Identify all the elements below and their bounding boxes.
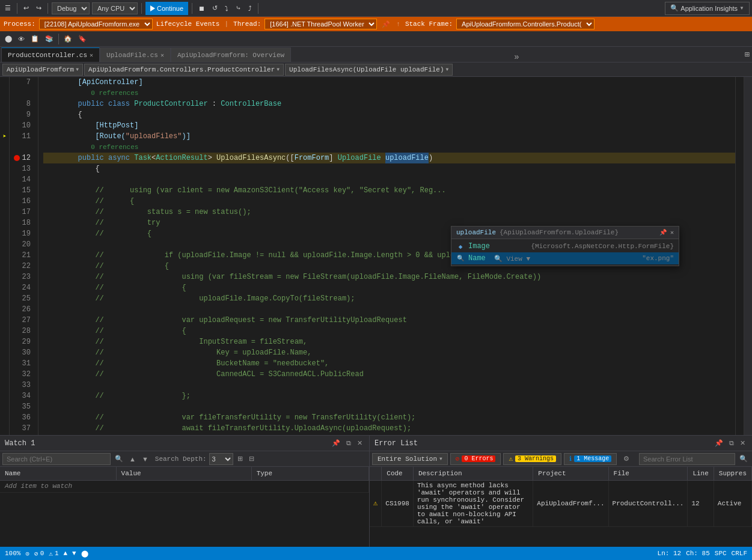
close-all-tabs-icon[interactable]: ⊞ — [742, 49, 752, 59]
second-toolbar: ⬤ 👁 📋 📚 🏠 🔖 — [0, 31, 752, 47]
intellisense-close-icon[interactable]: ✕ — [670, 229, 674, 236]
step-over-btn[interactable]: ⤵ — [222, 4, 231, 13]
debug-arrow-row: ➤ — [0, 131, 9, 142]
watch-search-btn[interactable]: 🔍 — [113, 454, 125, 463]
error-count-badge: 0 Errors — [462, 455, 495, 462]
menu-btn[interactable]: ☰ — [2, 3, 13, 13]
error-row-1[interactable]: ⚠ CS1998 This async method lacks 'await'… — [370, 480, 752, 526]
bottom-panels: Watch 1 📌 ⧉ ✕ 🔍 ▲ ▼ Search Depth: 3 ⊞ ⊟ — [0, 435, 752, 547]
process-label: Process: — [4, 20, 35, 28]
app-insights-button[interactable]: 🔍 Application Insights ▼ — [665, 2, 750, 15]
code-line-12: public async Task < ActionResult > Uploa… — [43, 153, 735, 163]
error-pin-btn[interactable]: 📌 — [713, 439, 725, 448]
status-nav-down[interactable]: ▼ — [72, 550, 76, 557]
error-search-btn[interactable]: 🔍 — [738, 454, 750, 463]
watch-content: Name Value Type Add item to watch — [0, 467, 369, 547]
close-tab-icon[interactable]: ✕ — [160, 52, 164, 59]
tab-overview[interactable]: ApiUploadFromform: Overview — [171, 47, 291, 62]
redo-btn[interactable]: ↪ — [34, 3, 44, 13]
thread-selector[interactable]: [1664] .NET ThreadPool Worker — [264, 19, 377, 29]
intellisense-item-image[interactable]: ◆ Image {Microsoft.AspNetCore.Http.FormF… — [451, 240, 679, 252]
locals-btn[interactable]: 📋 — [28, 34, 41, 44]
undo-btn[interactable]: ↩ — [21, 3, 31, 13]
tab-upload-file[interactable]: UploadFile.cs ✕ — [100, 47, 171, 62]
stack-frame-label: Stack Frame: — [405, 20, 453, 28]
status-error-count[interactable]: ⊘ 0 — [34, 550, 44, 558]
tab-label: UploadFile.cs — [106, 52, 158, 59]
line-number-gutter: 7 8 9 10 11 12 13 14 15 16 17 18 19 20 2… — [10, 77, 38, 449]
watch-add-item-row[interactable]: Add item to watch — [0, 480, 369, 492]
debug-dropdown[interactable]: Debug — [52, 2, 90, 14]
home-btn[interactable]: 🏠 — [61, 34, 75, 44]
callstack-btn[interactable]: 📚 — [43, 34, 56, 44]
warning-count-badge: 3 Warnings — [515, 455, 556, 462]
breadcrumb-method[interactable]: UploadFilesAsync(UploadFile uploadFile) … — [285, 64, 453, 76]
intellisense-body: ◆ Image {Microsoft.AspNetCore.Http.FormF… — [451, 239, 679, 266]
intellisense-item-name[interactable]: 🔍 Name 🔍 View ▼ "ex.png" — [451, 252, 679, 264]
cpu-dropdown[interactable]: Any CPU — [92, 2, 138, 14]
watch-pin-btn[interactable]: 📌 — [330, 439, 342, 448]
vertical-scrollbar[interactable] — [744, 77, 752, 449]
tab-overflow-btn[interactable]: » — [510, 52, 522, 62]
code-line-ref1: 0 references — [43, 88, 735, 99]
stack-frame-selector[interactable]: ApiUploadFromform.Controllers.Product( — [456, 19, 595, 29]
process-selector[interactable]: [22108] ApiUploadFromform.exe — [39, 19, 153, 29]
line-13: 13 — [10, 163, 34, 174]
code-line-31: // BucketName = "needbucket", — [43, 358, 735, 369]
restart-btn[interactable]: ↺ — [210, 3, 220, 13]
watch-panel: Watch 1 📌 ⧉ ✕ 🔍 ▲ ▼ Search Depth: 3 ⊞ ⊟ — [0, 436, 370, 547]
current-line-arrow-icon: ➤ — [2, 133, 6, 140]
bookmark-btn[interactable]: 🔖 — [76, 34, 89, 44]
code-line-17: // status s = new status(); — [43, 207, 735, 218]
breadcrumb-project[interactable]: ApiUploadFromform ▼ — [2, 64, 83, 76]
continue-button[interactable]: Continue — [145, 2, 188, 15]
error-file-cell: ProductControll... — [608, 480, 688, 526]
stop-btn[interactable]: ⏹ — [196, 4, 207, 13]
code-line-29: // InputStream = fileStream, — [43, 336, 735, 347]
line-32: 32 — [10, 369, 34, 380]
watch-float-btn[interactable]: ⧉ — [344, 439, 353, 448]
error-search-input[interactable] — [639, 453, 735, 465]
sep: 📌 — [382, 20, 390, 28]
error-col-line: Line — [688, 467, 714, 480]
error-close-btn[interactable]: ✕ — [738, 439, 747, 448]
breakpoints-btn[interactable]: ⬤ — [2, 34, 14, 44]
status-warning-count[interactable]: ⚠ 1 — [49, 550, 58, 558]
chevron-down-icon: ▼ — [439, 456, 442, 461]
intellisense-type-hint: {ApiUploadFromform.UploadFile} — [500, 229, 619, 236]
error-col-icon — [370, 467, 382, 480]
image-property-icon: ◆ — [456, 242, 465, 251]
watch-filter-btn[interactable]: ⊟ — [247, 454, 256, 463]
watch-btn[interactable]: 👁 — [16, 34, 27, 44]
code-line-10: [HttpPost] — [43, 120, 735, 131]
intellisense-pin-icon[interactable]: 📌 — [659, 229, 667, 236]
step-out-btn[interactable]: ⤴ — [246, 4, 254, 13]
watch-down-btn[interactable]: ▼ — [140, 455, 150, 463]
status-nav-up[interactable]: ▲ — [64, 550, 68, 557]
status-breakpoint-icon[interactable]: ⬤ — [81, 550, 88, 558]
error-messages-filter[interactable]: ℹ 1 Message — [564, 453, 617, 465]
error-scope-filter[interactable]: Entire Solution ▼ — [372, 453, 448, 465]
error-build-filter-btn[interactable]: ⚙ — [622, 454, 631, 463]
close-tab-icon[interactable]: ✕ — [90, 52, 93, 59]
watch-options-btn[interactable]: ⊞ — [236, 454, 245, 463]
error-float-btn[interactable]: ⧉ — [727, 439, 736, 448]
step-into-btn[interactable]: ⤷ — [233, 3, 243, 13]
error-errors-filter[interactable]: ⊘ 0 Errors — [450, 453, 501, 465]
tab-label: ApiUploadFromform: Overview — [177, 52, 284, 59]
line-37: 37 — [10, 423, 34, 434]
process-bar: Process: [22108] ApiUploadFromform.exe L… — [0, 17, 752, 31]
watch-search-input[interactable] — [2, 453, 111, 465]
breadcrumb-bar: ApiUploadFromform ▼ ApiUploadFromform.Co… — [0, 62, 752, 77]
watch-up-btn[interactable]: ▲ — [127, 455, 138, 463]
status-left: 100% ⊙ ⊘ 0 ⚠ 1 ▲ ▼ ⬤ — [5, 550, 653, 558]
warning-icon: ⚠ — [373, 499, 378, 508]
search-depth-select[interactable]: 3 — [209, 453, 233, 465]
code-line-ref2: 0 references — [43, 142, 735, 153]
error-warnings-filter[interactable]: ⚠ 3 Warnings — [503, 453, 561, 465]
tab-product-controller[interactable]: ProductController.cs ✕ — [1, 47, 100, 62]
watch-close-btn[interactable]: ✕ — [355, 439, 364, 448]
intellisense-popup[interactable]: uploadFile {ApiUploadFromform.UploadFile… — [451, 226, 679, 266]
message-icon: ℹ — [569, 455, 572, 463]
breadcrumb-class[interactable]: ApiUploadFromform.Controllers.ProductCon… — [84, 64, 284, 76]
